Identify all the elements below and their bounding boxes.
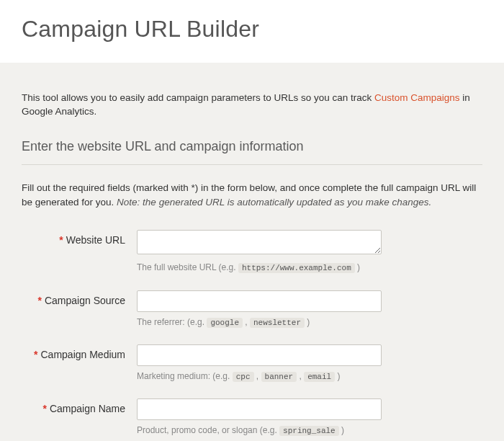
intro-text: This tool allows you to easily add campa…	[22, 92, 482, 119]
field-label: *Campaign Name	[22, 398, 137, 414]
field-label: *Campaign Medium	[22, 344, 137, 360]
campaign-medium-input[interactable]	[137, 344, 382, 366]
label-text: Campaign Medium	[41, 349, 126, 360]
required-mark: *	[42, 403, 46, 414]
section-title: Enter the website URL and campaign infor…	[22, 139, 482, 154]
required-mark: *	[34, 349, 37, 360]
hint-code: https://www.example.com	[238, 263, 355, 273]
hint-code: google	[207, 318, 243, 328]
section-divider	[22, 164, 482, 165]
field-website-url: *Website URL The full website URL (e.g. …	[22, 230, 482, 274]
field-hint: The full website URL (e.g. https://www.e…	[137, 262, 482, 274]
page-title: Campaign URL Builder	[22, 16, 482, 43]
custom-campaigns-link[interactable]: Custom Campaigns	[374, 92, 460, 103]
form-intro: Fill out the required fields (marked wit…	[22, 181, 482, 210]
field-campaign-medium: *Campaign Medium Marketing medium: (e.g.…	[22, 344, 482, 383]
label-text: Campaign Source	[45, 295, 125, 306]
hint-code: banner	[261, 372, 297, 382]
hint-code: email	[304, 372, 335, 382]
campaign-name-input[interactable]	[137, 398, 382, 420]
field-campaign-source: *Campaign Source The referrer: (e.g. goo…	[22, 290, 482, 329]
campaign-source-input[interactable]	[137, 290, 382, 312]
hint-code: spring_sale	[279, 426, 339, 436]
field-hint: Product, promo code, or slogan (e.g. spr…	[137, 424, 482, 437]
intro-prefix: This tool allows you to easily add campa…	[22, 92, 374, 103]
field-campaign-name: *Campaign Name Product, promo code, or s…	[22, 398, 482, 437]
field-hint: Marketing medium: (e.g. cpc , banner , e…	[137, 370, 482, 383]
hint-code: cpc	[233, 372, 254, 382]
hint-code: newsletter	[250, 318, 305, 328]
field-hint: The referrer: (e.g. google , newsletter …	[137, 316, 482, 329]
field-label: *Website URL	[22, 230, 137, 246]
required-mark: *	[37, 295, 41, 306]
form-intro-note: Note: the generated URL is automatically…	[117, 197, 431, 208]
label-text: Campaign Name	[50, 403, 125, 414]
website-url-input[interactable]	[137, 230, 382, 254]
field-label: *Campaign Source	[22, 290, 137, 306]
label-text: Website URL	[66, 234, 125, 246]
required-mark: *	[59, 234, 63, 246]
